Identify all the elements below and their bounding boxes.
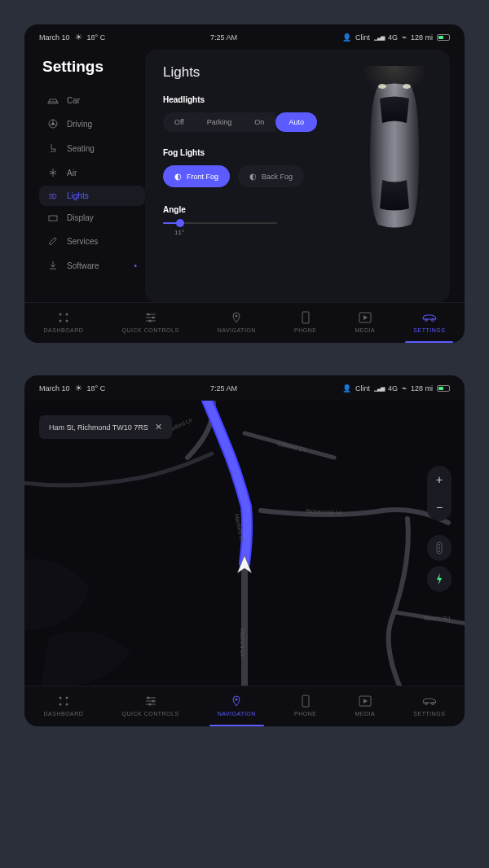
battery-icon	[437, 34, 450, 41]
nav-quick-controls[interactable]: QUICK CONTROLS	[122, 695, 179, 717]
svg-point-10	[152, 317, 154, 319]
headlights-on[interactable]: On	[243, 112, 275, 132]
svg-point-5	[59, 313, 61, 316]
nav-settings[interactable]: SETTINGS	[413, 695, 445, 717]
bluetooth-icon	[402, 384, 407, 392]
nav-navigation[interactable]: NAVIGATION	[218, 311, 256, 333]
fog-front-button[interactable]: Front Fog	[163, 165, 230, 187]
headlights-off[interactable]: Off	[163, 112, 196, 132]
road-label: River's Rd	[424, 616, 450, 621]
phone-icon	[301, 311, 311, 324]
fog-front-label: Front Fog	[187, 173, 218, 181]
search-text: Ham St, Richmond TW10 7RS	[49, 423, 148, 432]
sliders-icon	[144, 311, 157, 324]
download-icon	[47, 260, 59, 271]
sidebar-label: Services	[67, 237, 137, 246]
seat-icon	[47, 142, 59, 154]
nav-label: MEDIA	[355, 327, 376, 333]
nav-phone[interactable]: PHONE	[294, 311, 316, 333]
nav-label: NAVIGATION	[218, 327, 256, 333]
svg-point-8	[65, 320, 68, 322]
sidebar-item-car[interactable]: Car	[39, 90, 145, 111]
nav-label: SETTINGS	[413, 327, 445, 333]
nav-media[interactable]: MEDIA	[355, 695, 376, 717]
nav-navigation[interactable]: NAVIGATION	[218, 695, 256, 717]
svg-point-6	[65, 313, 68, 316]
slider-thumb[interactable]	[176, 219, 184, 227]
wrench-icon	[47, 235, 59, 247]
pin-icon	[230, 311, 243, 324]
traffic-button[interactable]	[427, 535, 452, 561]
sidebar-item-software[interactable]: Software •	[39, 254, 145, 277]
bottom-nav: DASHBOARD QUICK CONTROLS NAVIGATION PHON…	[24, 302, 465, 343]
display-icon	[47, 214, 59, 222]
status-range: 128 mi	[411, 33, 433, 42]
sidebar-item-driving[interactable]: Driving	[39, 112, 145, 135]
grid-icon	[57, 311, 70, 324]
svg-point-22	[65, 697, 68, 699]
zoom-out-button[interactable]: −	[427, 493, 452, 521]
user-icon	[342, 33, 351, 42]
car-side-icon	[421, 311, 438, 324]
status-bar: March 10 18° C 7:25 AM Clint 4G 128 mi	[24, 375, 465, 401]
map-side-controls	[427, 535, 452, 592]
nav-media[interactable]: MEDIA	[355, 311, 376, 333]
map-view[interactable]: Hanford Ln Edwood Ln Stonecross Ln River…	[24, 401, 465, 686]
close-icon[interactable]: ✕	[155, 422, 162, 432]
car-illustration	[354, 74, 435, 237]
status-temp: 18° C	[87, 33, 106, 42]
headlights-auto[interactable]: Auto	[275, 112, 317, 132]
sidebar-label: Car	[67, 96, 137, 105]
sidebar-title: Settings	[39, 58, 145, 76]
svg-point-21	[59, 697, 61, 699]
phone-icon	[301, 695, 311, 708]
search-pill[interactable]: Ham St, Richmond TW10 7RS ✕	[39, 415, 172, 439]
zoom-in-button[interactable]: +	[427, 466, 452, 493]
svg-point-16	[431, 319, 434, 322]
svg-point-12	[236, 315, 238, 318]
sidebar-label: Driving	[67, 120, 137, 129]
nav-quick-controls[interactable]: QUICK CONTROLS	[122, 311, 179, 333]
lights-panel: Lights Headlights Off Parking On Auto Fo…	[145, 50, 450, 302]
status-network: 4G	[388, 33, 398, 42]
headlights-parking[interactable]: Parking	[196, 112, 244, 132]
road-label: Hasford Ln	[240, 629, 245, 656]
nav-dashboard[interactable]: DASHBOARD	[44, 695, 84, 717]
weather-icon	[75, 33, 82, 42]
nav-dashboard[interactable]: DASHBOARD	[44, 311, 84, 333]
car-side-icon	[421, 695, 438, 708]
sidebar-item-lights[interactable]: Lights	[39, 186, 145, 206]
sidebar-label: Software	[67, 261, 124, 270]
bottom-nav: DASHBOARD QUICK CONTROLS NAVIGATION PHON…	[24, 686, 465, 726]
nav-label: QUICK CONTROLS	[122, 327, 179, 333]
status-time: 7:25 AM	[210, 33, 237, 42]
sidebar-item-services[interactable]: Services	[39, 230, 145, 252]
svg-point-32	[431, 703, 434, 705]
nav-label: PHONE	[294, 711, 316, 717]
nav-label: NAVIGATION	[218, 711, 256, 717]
svg-point-23	[59, 704, 61, 706]
user-icon	[342, 384, 351, 392]
svg-point-20	[438, 550, 440, 552]
fog-back-button[interactable]: Back Fog	[238, 165, 304, 187]
angle-slider[interactable]: 11°	[163, 222, 277, 236]
charging-button[interactable]	[427, 566, 452, 592]
fog-icon	[174, 172, 182, 181]
sidebar-item-seating[interactable]: Seating	[39, 137, 145, 160]
svg-rect-29	[302, 695, 309, 707]
zoom-control: + −	[427, 466, 452, 521]
nav-phone[interactable]: PHONE	[294, 695, 316, 717]
sidebar-item-air[interactable]: Air	[39, 161, 145, 184]
svg-point-26	[152, 700, 154, 703]
nav-settings[interactable]: SETTINGS	[413, 311, 445, 333]
svg-point-27	[148, 704, 151, 706]
fog-icon	[249, 172, 257, 181]
sidebar-item-display[interactable]: Display	[39, 208, 145, 228]
play-icon	[359, 311, 372, 324]
status-time: 7:25 AM	[210, 384, 237, 392]
signal-icon	[374, 34, 384, 41]
weather-icon	[75, 384, 82, 392]
update-indicator: •	[134, 261, 137, 270]
sidebar-label: Air	[67, 169, 137, 178]
nav-label: MEDIA	[355, 711, 376, 717]
